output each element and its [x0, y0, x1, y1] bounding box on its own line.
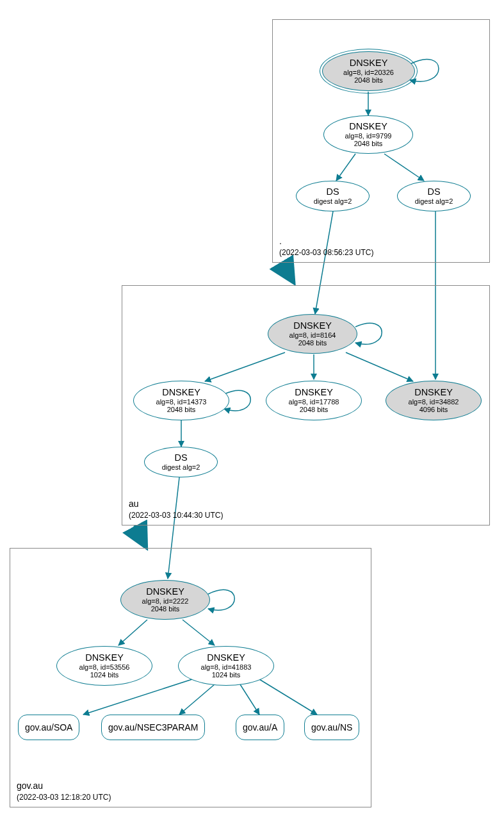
rr-label: gov.au/NS: [311, 722, 352, 732]
node-title: DNSKEY: [350, 58, 388, 69]
node-sub2: 2048 bits: [354, 140, 383, 148]
rr-ns: gov.au/NS: [304, 715, 359, 740]
node-gov-zsk2: DNSKEY alg=8, id=41883 1024 bits: [178, 646, 274, 686]
node-sub2: 2048 bits: [151, 605, 180, 613]
zone-au-name: au: [129, 499, 223, 509]
node-title: DNSKEY: [207, 652, 245, 663]
rr-label: gov.au/NSEC3PARAM: [108, 722, 198, 732]
node-sub1: digest alg=2: [415, 197, 453, 206]
node-sub1: alg=8, id=53556: [79, 663, 130, 672]
zone-root-name: .: [279, 236, 373, 246]
node-sub2: 1024 bits: [90, 671, 119, 679]
node-sub2: 4096 bits: [419, 406, 448, 414]
node-title: DNSKEY: [414, 387, 453, 398]
node-root-ds1: DS digest alg=2: [296, 181, 370, 211]
rr-label: gov.au/A: [243, 722, 277, 732]
zone-root-label: . (2022-03-03 08:56:23 UTC): [279, 236, 373, 257]
node-sub1: digest alg=2: [314, 197, 352, 206]
zone-gov-ts: (2022-03-03 12:18:20 UTC): [17, 793, 111, 802]
node-sub2: 2048 bits: [300, 406, 329, 414]
node-root-ksk: DNSKEY alg=8, id=20326 2048 bits: [322, 51, 415, 91]
node-gov-zsk1: DNSKEY alg=8, id=53556 1024 bits: [56, 646, 152, 686]
rr-a: gov.au/A: [236, 715, 284, 740]
zone-gov-name: gov.au: [17, 781, 111, 791]
node-title: DNSKEY: [162, 387, 200, 398]
node-au-ds: DS digest alg=2: [144, 447, 218, 477]
node-sub1: alg=8, id=41883: [201, 663, 252, 672]
node-title: DS: [427, 186, 440, 197]
rr-label: gov.au/SOA: [25, 722, 72, 732]
node-gov-ksk: DNSKEY alg=8, id=2222 2048 bits: [120, 580, 210, 620]
node-au-zsk3: DNSKEY alg=8, id=34882 4096 bits: [386, 381, 482, 420]
node-sub1: digest alg=2: [162, 463, 200, 472]
node-root-zsk: DNSKEY alg=8, id=9799 2048 bits: [323, 115, 413, 154]
node-sub1: alg=8, id=8164: [289, 331, 336, 340]
node-sub1: alg=8, id=20326: [343, 69, 394, 77]
node-sub2: 1024 bits: [212, 671, 241, 679]
node-sub1: alg=8, id=14373: [156, 398, 207, 406]
node-root-ds2: DS digest alg=2: [397, 181, 471, 211]
node-au-ksk: DNSKEY alg=8, id=8164 2048 bits: [268, 314, 357, 354]
zone-au-ts: (2022-03-03 10:44:30 UTC): [129, 511, 223, 520]
zone-au-label: au (2022-03-03 10:44:30 UTC): [129, 499, 223, 520]
node-title: DNSKEY: [85, 652, 124, 663]
node-title: DS: [174, 452, 187, 463]
node-title: DNSKEY: [293, 320, 332, 331]
node-sub2: 2048 bits: [354, 76, 383, 85]
node-title: DNSKEY: [146, 586, 184, 597]
node-sub1: alg=8, id=34882: [409, 398, 459, 406]
zone-gov-label: gov.au (2022-03-03 12:18:20 UTC): [17, 781, 111, 802]
node-sub1: alg=8, id=2222: [142, 597, 189, 606]
node-title: DS: [326, 186, 339, 197]
node-title: DNSKEY: [349, 121, 387, 132]
node-sub1: alg=8, id=17788: [289, 398, 339, 406]
rr-soa: gov.au/SOA: [18, 715, 79, 740]
node-title: DNSKEY: [295, 387, 333, 398]
node-au-zsk2: DNSKEY alg=8, id=17788 2048 bits: [266, 381, 362, 420]
node-sub2: 2048 bits: [298, 339, 327, 347]
node-sub2: 2048 bits: [167, 406, 196, 414]
node-au-zsk1: DNSKEY alg=8, id=14373 2048 bits: [133, 381, 229, 420]
zone-root-ts: (2022-03-03 08:56:23 UTC): [279, 248, 373, 257]
rr-nsec3param: gov.au/NSEC3PARAM: [101, 715, 205, 740]
node-sub1: alg=8, id=9799: [345, 132, 392, 140]
